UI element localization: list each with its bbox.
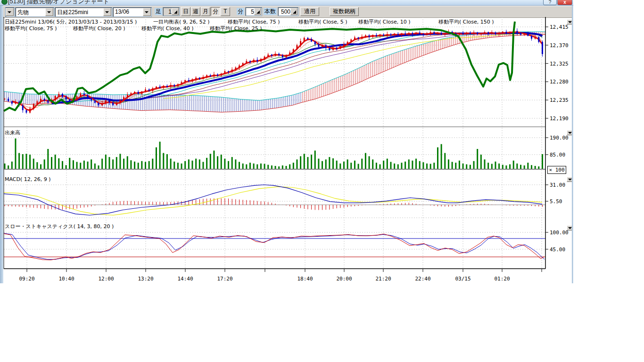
- svg-text:13:20: 13:20: [138, 276, 153, 282]
- chart-canvas[interactable]: 12,41512,37012,32512,28012,23512,190190.…: [0, 0, 573, 283]
- legend-ma-40: 移動平均( Close, 40 ): [141, 25, 194, 32]
- window-border-right: [572, 6, 573, 283]
- desktop: [5130] 指数先物/オプションチャート ? x 先物 日経225mini 1…: [0, 0, 644, 362]
- stoch-pane-label: スロー・ストキャスティクス( 14, 3, 80, 20 ): [5, 223, 114, 230]
- svg-text:45.00: 45.00: [550, 247, 565, 253]
- window-border-left: [0, 6, 3, 283]
- legend-ma-5: 移動平均( Close, 5 ): [298, 18, 347, 25]
- svg-text:12,190: 12,190: [550, 115, 569, 122]
- svg-text:22:40: 22:40: [415, 276, 430, 282]
- legend-ichimoku: 一目均衡表( 9, 26, 52 ): [153, 18, 210, 25]
- legend-ma-25: 移動平均( Close, 25 ): [210, 25, 262, 32]
- legend-ma-10: 移動平均( Close, 10 ): [358, 18, 411, 25]
- legend-ma-75: 移動平均( Close, 75 ): [228, 18, 280, 25]
- svg-text:20:00: 20:00: [336, 276, 352, 282]
- svg-text:12,370: 12,370: [550, 42, 569, 49]
- legend-ma-150: 移動平均( Close, 150 ): [438, 18, 494, 25]
- svg-text:14:40: 14:40: [177, 276, 193, 282]
- svg-text:31.00: 31.00: [550, 182, 565, 188]
- svg-text:5.50: 5.50: [550, 198, 562, 205]
- svg-text:10:40: 10:40: [58, 276, 74, 282]
- svg-text:03/15: 03/15: [455, 276, 471, 282]
- volume-pane-label: 出来高: [5, 129, 20, 136]
- svg-text:100.00: 100.00: [550, 230, 569, 236]
- svg-text:12,280: 12,280: [550, 79, 569, 85]
- svg-text:85.00: 85.00: [550, 152, 565, 158]
- svg-text:12,325: 12,325: [550, 61, 569, 67]
- svg-text:18:40: 18:40: [297, 276, 313, 282]
- svg-text:01:20: 01:20: [494, 276, 510, 282]
- svg-text:17:20: 17:20: [217, 276, 232, 282]
- svg-text:190.00: 190.00: [550, 135, 569, 141]
- svg-text:09:20: 09:20: [19, 276, 34, 282]
- app-window: [5130] 指数先物/オプションチャート ? x 先物 日経225mini 1…: [0, 0, 573, 283]
- macd-pane-label: MACD( 12, 26, 9 ): [5, 176, 51, 182]
- legend-series-main: 日経225mini 13/06( 5分, 2013/03/13 - 2013/0…: [5, 18, 137, 25]
- svg-text:12:00: 12:00: [98, 276, 114, 282]
- volume-multiplier-badge: × 100: [547, 166, 566, 174]
- svg-text:21:20: 21:20: [375, 276, 391, 282]
- svg-text:12,235: 12,235: [550, 97, 569, 103]
- legend-ma-20: 移動平均( Close, 20 ): [73, 25, 125, 32]
- legend-ma-75b: 移動平均( Close, 75 ): [5, 25, 57, 32]
- svg-text:12,415: 12,415: [550, 24, 569, 30]
